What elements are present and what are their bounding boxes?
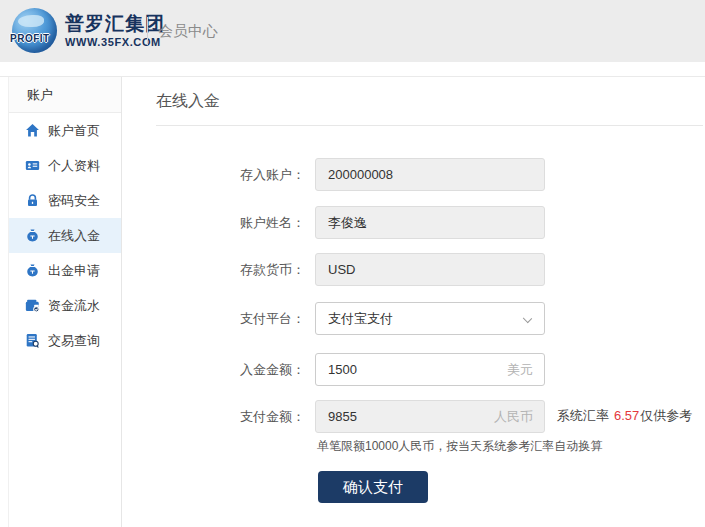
- currency-label: 存款货币：: [180, 253, 305, 286]
- sidebar-item-label: 在线入金: [48, 227, 100, 245]
- portal-title: 会员中心: [158, 0, 218, 62]
- title-divider: [156, 125, 703, 126]
- brand-logo[interactable]: PROFIT 普罗汇集团 WWW.35FX.COM: [12, 8, 165, 53]
- sidebar-item-label: 个人资料: [48, 157, 100, 175]
- withdraw-money-bag-icon: [25, 263, 40, 278]
- sidebar-item-label: 资金流水: [48, 297, 100, 315]
- globe-icon: PROFIT: [12, 8, 57, 53]
- funds-flow-wallet-icon: [25, 298, 40, 313]
- lock-icon: [25, 193, 40, 208]
- page-title: 在线入金: [156, 91, 220, 112]
- confirm-payment-button[interactable]: 确认支付: [318, 471, 428, 503]
- deposit-account-input: [315, 158, 545, 191]
- id-card-icon: [25, 158, 40, 173]
- limit-hint: 单笔限额10000人民币，按当天系统参考汇率自动换算: [317, 438, 602, 455]
- sidebar: 账户 账户首页 个人资料 密码安全 在线入金: [8, 77, 122, 527]
- payment-platform-value: 支付宝支付: [328, 311, 393, 326]
- sidebar-item-label: 账户首页: [48, 122, 100, 140]
- payment-platform-select[interactable]: 支付宝支付: [315, 302, 545, 335]
- deposit-amount-unit: 美元: [507, 353, 533, 386]
- rate-value: 6.57: [614, 408, 639, 423]
- deposit-account-label: 存入账户：: [180, 158, 305, 191]
- account-name-label: 账户姓名：: [180, 206, 305, 239]
- brand-website: WWW.35FX.COM: [65, 36, 165, 49]
- transaction-search-icon: [25, 333, 40, 348]
- sidebar-item-label: 密码安全: [48, 192, 100, 210]
- brand-text: 普罗汇集团 WWW.35FX.COM: [65, 12, 165, 49]
- header: PROFIT 普罗汇集团 WWW.35FX.COM 会员中心: [0, 0, 705, 62]
- payment-amount-label: 支付金额：: [180, 400, 305, 433]
- deposit-money-bag-icon: [25, 228, 40, 243]
- sidebar-item-funds-flow[interactable]: 资金流水: [9, 288, 121, 323]
- payment-platform-label: 支付平台：: [180, 302, 305, 335]
- rate-note-suffix: 仅供参考: [640, 408, 692, 423]
- rate-note-label: 系统汇率: [557, 408, 609, 423]
- sidebar-item-account-home[interactable]: 账户首页: [9, 113, 121, 148]
- header-divider: [147, 17, 148, 45]
- home-icon: [25, 123, 40, 138]
- sidebar-group-title: 账户: [9, 77, 121, 113]
- sidebar-item-label: 出金申请: [48, 262, 100, 280]
- profit-badge: PROFIT: [10, 33, 50, 44]
- sidebar-item-personal-info[interactable]: 个人资料: [9, 148, 121, 183]
- page: PROFIT 普罗汇集团 WWW.35FX.COM 会员中心 账户 账户首页 个…: [0, 0, 705, 527]
- account-name-input: [315, 206, 545, 239]
- sidebar-item-password-security[interactable]: 密码安全: [9, 183, 121, 218]
- deposit-amount-label: 入金金额：: [180, 353, 305, 386]
- chevron-down-icon: [523, 314, 532, 323]
- sidebar-item-transaction-query[interactable]: 交易查询: [9, 323, 121, 358]
- brand-name: 普罗汇集团: [65, 12, 165, 36]
- sidebar-item-label: 交易查询: [48, 332, 100, 350]
- sidebar-item-online-deposit[interactable]: 在线入金: [9, 218, 121, 253]
- sidebar-item-withdraw-request[interactable]: 出金申请: [9, 253, 121, 288]
- currency-input: [315, 253, 545, 286]
- payment-amount-unit: 人民币: [494, 400, 533, 433]
- exchange-rate-note: 系统汇率6.57仅供参考: [557, 399, 692, 432]
